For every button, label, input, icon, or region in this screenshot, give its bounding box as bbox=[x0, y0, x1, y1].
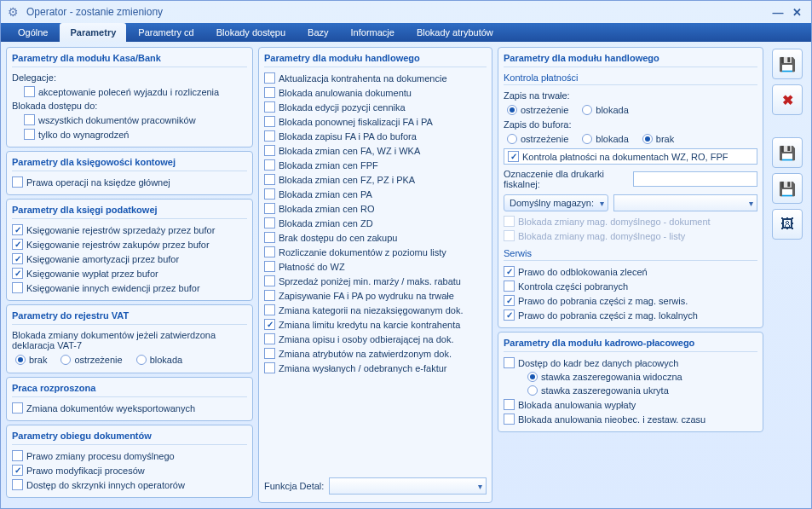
checkbox[interactable] bbox=[12, 239, 23, 250]
checkbox-disabled bbox=[504, 216, 515, 227]
radio-bufor-ostrz[interactable] bbox=[507, 134, 517, 144]
close-button[interactable]: ✕ bbox=[789, 4, 804, 20]
radio-stawka-widoczna[interactable] bbox=[527, 372, 538, 382]
radio-trwale-blok[interactable] bbox=[582, 105, 592, 115]
checkbox[interactable] bbox=[264, 319, 275, 330]
tab-blokady-atrybutow[interactable]: Blokady atrybutów bbox=[406, 23, 504, 42]
checkbox[interactable] bbox=[264, 246, 275, 257]
checkbox[interactable] bbox=[12, 282, 23, 293]
list-item: Blokada zmian cen FPF bbox=[264, 158, 487, 172]
checkbox[interactable] bbox=[12, 450, 23, 461]
checkbox[interactable] bbox=[24, 129, 35, 140]
checkbox-label: Zmiana kategorii na niezaksięgowanym dok… bbox=[279, 305, 463, 315]
group-title: Parametry obiegu dokumentów bbox=[12, 429, 247, 445]
checkbox[interactable] bbox=[264, 217, 275, 228]
checkbox[interactable] bbox=[264, 130, 275, 142]
checkbox-kontrola-wz[interactable] bbox=[508, 151, 519, 162]
checkbox[interactable] bbox=[264, 101, 275, 113]
checkbox-label: Kontrola części pobranych bbox=[518, 281, 628, 292]
checkbox[interactable] bbox=[264, 290, 275, 301]
checkbox[interactable] bbox=[12, 253, 23, 264]
radio-ostrzezenie[interactable] bbox=[60, 355, 71, 365]
checkbox[interactable] bbox=[12, 402, 23, 414]
list-item: Rozliczanie dokumentów z poziomu listy bbox=[264, 245, 487, 259]
group-handlowy-ext: Parametry dla modułu handlowego Kontrola… bbox=[498, 47, 763, 328]
group-ksiegowosc-kontowa: Parametry dla księgowości kontowej Prawa… bbox=[6, 151, 253, 195]
tab-ogolne[interactable]: Ogólne bbox=[8, 23, 58, 42]
domyslny-magazyn-button[interactable]: Domyślny magazyn: bbox=[504, 194, 608, 211]
radio-trwale-ostrz[interactable] bbox=[507, 105, 517, 115]
checkbox[interactable] bbox=[264, 362, 275, 373]
action-button-2[interactable]: 💾 bbox=[772, 173, 803, 204]
radio-stawka-ukryta[interactable] bbox=[527, 385, 538, 396]
domyslny-magazyn-dropdown[interactable] bbox=[613, 194, 757, 211]
checkbox[interactable] bbox=[264, 72, 275, 84]
group-kadrowo-placowy: Parametry dla modułu kadrowo-płacowego D… bbox=[498, 332, 763, 432]
checkbox[interactable] bbox=[264, 232, 275, 243]
checkbox[interactable] bbox=[12, 268, 23, 279]
checkbox[interactable] bbox=[264, 333, 275, 344]
checkbox-label: Zmiana wysłanych / odebranych e-faktur bbox=[279, 363, 446, 373]
checkbox[interactable] bbox=[264, 116, 275, 127]
checkbox[interactable] bbox=[264, 304, 275, 315]
checkbox[interactable] bbox=[264, 261, 275, 272]
checkbox[interactable] bbox=[264, 87, 275, 98]
checkbox[interactable] bbox=[264, 203, 275, 214]
checkbox[interactable] bbox=[504, 266, 515, 277]
oznaczenie-input[interactable] bbox=[633, 171, 757, 187]
checkbox-label: Płatność do WZ bbox=[279, 262, 345, 272]
radio-label: brak bbox=[656, 134, 674, 144]
radio-label: ostrzeżenie bbox=[74, 355, 122, 365]
radio-bufor-brak[interactable] bbox=[642, 134, 653, 144]
checkbox-label: Zmiana dokumentów wyeksportowanych bbox=[26, 403, 195, 414]
list-item: Zmiana wysłanych / odebranych e-faktur bbox=[264, 361, 487, 375]
radio-label: stawka zaszeregowania widoczna bbox=[541, 372, 682, 382]
tab-parametry[interactable]: Parametry bbox=[60, 23, 126, 42]
checkbox-label: Blokada zmian cen FA, WZ i WKA bbox=[279, 146, 420, 156]
list-item: Zmiana limitu kredytu na karcie kontrahe… bbox=[264, 317, 487, 332]
checkbox[interactable] bbox=[264, 174, 275, 185]
radio-brak[interactable] bbox=[15, 355, 26, 365]
subheader-kontrola: Kontrola płatności bbox=[504, 71, 757, 85]
checkbox[interactable] bbox=[504, 399, 515, 410]
checkbox[interactable] bbox=[504, 295, 515, 306]
checkbox-label: Księgowanie rejestrów sprzedaży przez bu… bbox=[26, 225, 215, 235]
minimize-button[interactable]: — bbox=[770, 4, 786, 20]
list-item: Blokada zapisu FA i PA do bufora bbox=[264, 129, 487, 143]
tab-informacje[interactable]: Informacje bbox=[341, 23, 405, 42]
checkbox-label: Zmiana atrybutów na zatwierdzonym dok. bbox=[279, 349, 452, 359]
checkbox[interactable] bbox=[24, 86, 35, 97]
checkbox[interactable] bbox=[504, 357, 515, 368]
tab-parametry-cd[interactable]: Parametry cd bbox=[128, 23, 204, 42]
checkbox[interactable] bbox=[24, 114, 35, 125]
checkbox-label: Blokada zmiany mag. domyślnego - dokumen… bbox=[518, 217, 711, 227]
checkbox[interactable] bbox=[264, 188, 275, 200]
checkbox[interactable] bbox=[264, 348, 275, 359]
list-item: Blokada ponownej fiskalizacji FA i PA bbox=[264, 114, 487, 129]
cancel-button[interactable]: ✖ bbox=[772, 84, 803, 115]
checkbox[interactable] bbox=[12, 465, 23, 476]
funkcja-detal-dropdown[interactable] bbox=[329, 477, 487, 495]
radio-blokada[interactable] bbox=[136, 355, 147, 365]
tab-bazy[interactable]: Bazy bbox=[297, 23, 338, 42]
sidebar-actions: 💾 ✖ 💾 💾 🖼 bbox=[769, 47, 806, 503]
checkbox-label: Blokada zmiany mag. domyślnego - listy bbox=[518, 231, 685, 241]
checkbox[interactable] bbox=[504, 281, 515, 292]
radio-bufor-blok[interactable] bbox=[582, 134, 592, 144]
checkbox[interactable] bbox=[264, 275, 275, 286]
checkbox[interactable] bbox=[504, 309, 515, 321]
group-title: Parametry dla modułu handlowego bbox=[264, 51, 487, 67]
checkbox[interactable] bbox=[504, 414, 515, 425]
action-button-1[interactable]: 💾 bbox=[772, 137, 803, 168]
checkbox[interactable] bbox=[12, 176, 23, 188]
checkbox[interactable] bbox=[264, 145, 275, 156]
checkbox[interactable] bbox=[12, 224, 23, 235]
action-button-3[interactable]: 🖼 bbox=[772, 209, 803, 240]
close-x-icon: ✖ bbox=[782, 92, 793, 108]
checkbox[interactable] bbox=[12, 479, 23, 490]
save-button[interactable]: 💾 bbox=[772, 49, 803, 79]
checkbox-label: Blokada zmian cen FZ, PZ i PKA bbox=[279, 175, 415, 185]
radio-label: ostrzeżenie bbox=[521, 105, 568, 115]
checkbox[interactable] bbox=[264, 159, 275, 171]
tab-blokady-dostepu[interactable]: Blokady dostępu bbox=[206, 23, 296, 42]
